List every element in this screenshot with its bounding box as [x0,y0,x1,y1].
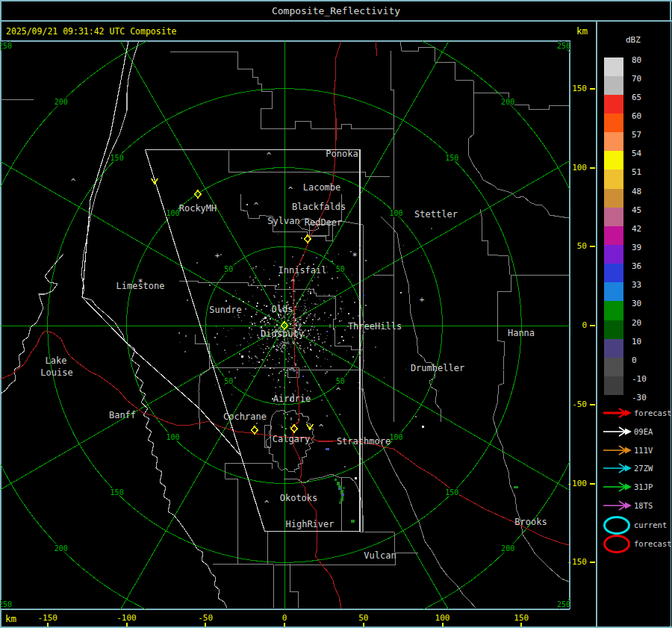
place-label-calgary: Calgary [273,434,311,444]
colorbar-swatch [604,170,623,188]
map-layers: 5050505010010010010015015015015020020020… [0,0,672,628]
svg-text:^: ^ [290,278,296,287]
legend-arrow-icon [602,499,633,512]
colorbar-label: 10 [632,337,641,346]
svg-text:*: * [352,251,357,261]
place-label-lacombe: Lacombe [303,182,341,193]
colorbar-unit-label: dBZ [626,35,641,45]
colorbar-swatch [604,132,623,151]
legend-ellipse-icon [602,535,633,553]
colorbar-swatch [604,208,623,226]
colorbar-label: 0 [632,355,637,365]
place-label-sylvan: Sylvan [267,216,299,226]
colorbar-swatch [604,264,623,282]
radar-app-window: Composite_Reflectivity 2025/09/21 09:31:… [0,0,672,628]
place-label-lake: Lake [46,355,67,366]
svg-text:^: ^ [254,201,259,211]
svg-text:200: 200 [55,98,68,106]
colorbar-label: -10 [632,374,647,384]
svg-text:+: + [215,251,220,261]
legend-arrow-icon [602,406,633,420]
place-label-highriver: HighRiver [285,519,334,529]
colorbar-label: 57 [632,130,641,140]
svg-text:200: 200 [501,544,514,553]
legend-arrow-icon [602,480,633,494]
place-label-airdrie: Airdrie [273,394,311,404]
colorbar-swatch [604,95,623,114]
legend-item-current: current [597,516,671,535]
legend-ellipse-icon [602,516,633,535]
place-label-limestone: Limestone [116,281,164,291]
place-label-ponoka: Ponoka [326,149,358,159]
legend-label: 09EA [634,427,653,436]
svg-text:50: 50 [336,377,345,385]
place-label-drumheller: Drumheller [411,363,464,373]
range-rings-and-radials [0,0,672,628]
svg-text:100: 100 [166,209,179,217]
legend-arrow-icon [602,444,633,457]
place-label-louise: Louise [40,367,72,378]
colorbar-label: 20 [632,318,641,328]
svg-text:150: 150 [445,154,458,162]
colorbar-swatch [604,358,623,376]
colorbar-label: -30 [632,393,647,402]
legend-item-111V: 111V [597,442,671,461]
provincial-border [0,41,227,608]
legend-item-27ZW: 27ZW [597,460,671,479]
svg-text:100: 100 [390,209,403,217]
svg-text:^: ^ [288,185,293,195]
colorbar-swatch [604,57,623,76]
place-label-reddeer: RedDeer [305,217,343,228]
legend-label: current [634,520,667,529]
colorbar-swatch [604,76,623,95]
colorbar-label: 36 [632,261,641,271]
legend-label: forecast [634,408,672,417]
colorbar-swatch [604,282,623,301]
svg-text:^: ^ [267,151,272,161]
colorbar-swatch [604,320,623,339]
svg-text:100: 100 [166,433,179,441]
svg-text:+: + [420,295,425,305]
legend-item-forecast: forecast [597,535,671,553]
legend-label: 111V [634,446,653,455]
place-label-rockymh: RockyMH [179,203,217,214]
place-labels: PonokaLacombeBlackfaldsSylvanRedDeerInni… [40,149,547,561]
svg-text:^: ^ [71,177,76,187]
place-label-innisfail: Innisfail [278,265,326,276]
legend-arrow-icon [602,425,633,438]
svg-text:100: 100 [390,433,403,441]
colorbar-label: 60 [632,111,641,121]
place-label-strathmore: Strathmore [337,436,391,447]
colorbar-label: 45 [632,205,641,215]
place-label-hanna: Hanna [508,328,535,338]
legend-item-forecast: forecast [597,405,671,423]
echo-cells [293,257,518,523]
svg-text:50: 50 [336,265,345,273]
colorbar-label: 70 [632,74,641,84]
svg-text:^: ^ [290,366,295,376]
svg-text:200: 200 [501,98,514,106]
sidebar: dBZ 807065605754514845423936333020100-10… [597,22,671,626]
colorbar-label: 54 [632,149,641,158]
place-label-threehills: ThreeHills [348,321,402,332]
svg-text:250: 250 [0,600,12,609]
place-label-stettler: Stettler [414,209,458,220]
place-label-okotoks: Okotoks [280,493,318,503]
colorbar-swatch [604,189,623,208]
colorbar-label: 42 [632,224,641,234]
radar-map-canvas[interactable]: 5050505010010010010015015015015020020020… [0,0,672,628]
colorbar-swatch [604,226,623,245]
colorbar-swatch [604,114,623,132]
place-label-banff: Banff [109,410,136,420]
colorbar-label: 80 [632,55,641,65]
legend-item-31JP: 31JP [597,479,671,497]
place-label-didsbury: Didsbury [261,329,304,339]
svg-text:150: 150 [445,488,458,497]
colorbar-label: 51 [632,167,641,177]
colorbar-swatch [604,151,623,170]
place-label-cochrane: Cochrane [223,411,267,422]
legend-label: 18TS [634,501,653,510]
svg-text:250: 250 [557,42,570,50]
legend-arrow-icon [602,461,633,475]
colorbar-label: 65 [632,93,641,102]
